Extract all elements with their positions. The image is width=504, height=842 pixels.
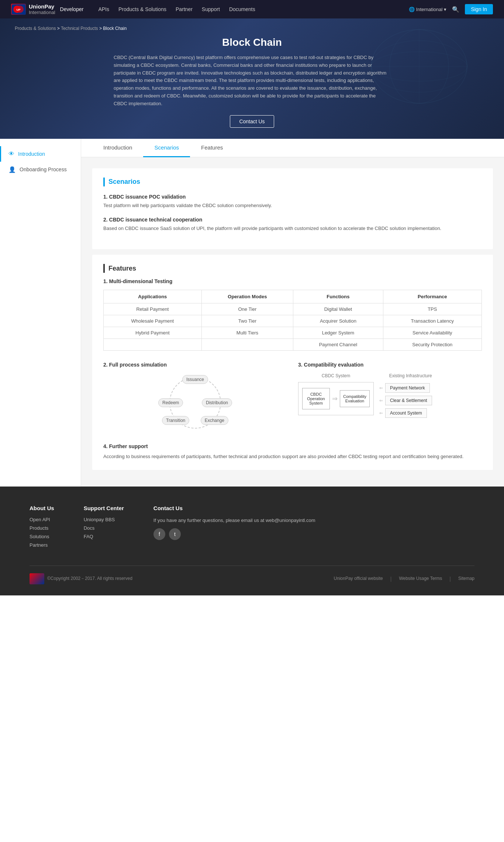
- footer-logo: ©Copyright 2002－2017. All rights reserve…: [30, 573, 132, 584]
- nav-links: APIs Products & Solutions Partner Suppor…: [98, 6, 255, 12]
- sidebar-item-introduction[interactable]: 👁 Introduction: [0, 146, 81, 162]
- compat-col: 3. Compatibility evaluation CBDC System …: [298, 362, 482, 418]
- cell-acquirer: Acquirer Solution: [293, 315, 383, 327]
- table-row: Payment Channel Security Protection: [104, 339, 482, 351]
- footer-solutions[interactable]: Solutions: [30, 534, 54, 539]
- cell-retail: Retail Payment: [104, 303, 202, 315]
- col-applications: Applications: [104, 290, 202, 303]
- cycle-redeem: Redeem: [158, 398, 183, 407]
- navbar: UP UnionPay International Developer APIs…: [0, 0, 504, 18]
- footer-products[interactable]: Products: [30, 525, 54, 531]
- cell-hybrid: Hybrid Payment: [104, 327, 202, 339]
- twitter-icon[interactable]: t: [169, 528, 181, 540]
- scenario-2-desc: Based on CBDC issuance SaaS solution of …: [103, 225, 482, 233]
- features-accent: [103, 264, 105, 273]
- simulation-title: 2. Full process simulation: [103, 362, 287, 368]
- payment-network-box: Payment Network: [385, 383, 430, 393]
- breadcrumb-technical[interactable]: Technical Products: [61, 26, 98, 31]
- cycle-transition: Transition: [162, 416, 189, 425]
- cell-paymentchannel: Payment Channel: [293, 339, 383, 351]
- contact-button[interactable]: Contact Us: [230, 115, 274, 128]
- footer-official[interactable]: UnionPay official website: [334, 576, 383, 582]
- logo-badge: UP: [11, 4, 26, 15]
- tab-scenarios[interactable]: Scenarios: [143, 139, 190, 157]
- further-desc: According to business requirements of pa…: [103, 453, 482, 461]
- tab-features[interactable]: Features: [190, 139, 234, 157]
- breadcrumb-current: Block Chain: [103, 26, 127, 31]
- facebook-icon[interactable]: f: [153, 528, 165, 540]
- hero-description: CBDC (Central Bank Digital Currency) tes…: [114, 54, 390, 108]
- scenarios-card: Scenarios 1. CBDC issuance POC validatio…: [92, 168, 493, 250]
- footer-contact-title: Contact Us: [153, 505, 315, 511]
- simulation-col: 2. Full process simulation Issuance Dist…: [103, 362, 287, 432]
- sep1: |: [390, 576, 392, 582]
- footer-docs[interactable]: Docs: [84, 525, 124, 531]
- nav-apis[interactable]: APIs: [98, 6, 109, 12]
- compat-row-3: ⇐ Account System: [379, 408, 432, 418]
- compat-row-1: ⇐ Payment Network: [379, 383, 432, 393]
- further-title: 4. Further support: [103, 443, 482, 449]
- footer-about: About Us Open API Products Solutions Par…: [30, 505, 54, 551]
- cycle-distribution: Distribution: [202, 398, 232, 407]
- footer-contact: Contact Us If you have any further quest…: [153, 505, 315, 551]
- footer-logo-badge: [30, 573, 44, 584]
- arrow-3: ⇐: [379, 410, 383, 416]
- cell-digitalwallet: Digital Wallet: [293, 303, 383, 315]
- eye-icon: 👁: [8, 151, 14, 157]
- cell-secprotection: Security Protection: [383, 339, 481, 351]
- clear-settlement-box: Clear & Settlement: [385, 396, 432, 405]
- nav-products[interactable]: Products & Solutions: [118, 6, 166, 12]
- footer-contact-text: If you have any further questions, pleas…: [153, 517, 315, 525]
- breadcrumb-products[interactable]: Products & Solutions: [15, 26, 56, 31]
- col-operation: Operation Modes: [201, 290, 293, 303]
- logo-name: UnionPay: [29, 3, 54, 10]
- chevron-down-icon: ▾: [444, 7, 446, 12]
- footer: About Us Open API Products Solutions Par…: [0, 487, 504, 595]
- cell-empty2: [201, 339, 293, 351]
- footer-faq[interactable]: FAQ: [84, 534, 124, 539]
- arrow-1: ⇐: [379, 385, 383, 391]
- footer-sitemap[interactable]: Sitemap: [458, 576, 474, 582]
- breadcrumb: Products & Solutions > Technical Product…: [15, 26, 127, 31]
- scenario-1-desc: Test platform will help participants val…: [103, 202, 482, 210]
- footer-partners[interactable]: Partners: [30, 542, 54, 548]
- table-row: Hybrid Payment Multi Tiers Ledger System…: [104, 327, 482, 339]
- sidebar: 👁 Introduction 👤 Onboarding Process: [0, 139, 81, 487]
- footer-support-title: Support Center: [84, 505, 124, 511]
- nav-documents[interactable]: Documents: [229, 6, 255, 12]
- tab-introduction[interactable]: Introduction: [92, 139, 143, 157]
- sidebar-label-onboarding: Onboarding Process: [20, 166, 67, 172]
- sidebar-item-onboarding[interactable]: 👤 Onboarding Process: [0, 162, 81, 178]
- cell-multitier: Multi Tiers: [201, 327, 293, 339]
- cell-translatency: Transaction Latency: [383, 315, 481, 327]
- nav-support[interactable]: Support: [202, 6, 220, 12]
- cbdc-op-box: CBDCOperationSystem: [302, 388, 330, 409]
- footer-bottom: ©Copyright 2002－2017. All rights reserve…: [30, 566, 474, 584]
- nav-language[interactable]: 🌐 International ▾: [409, 7, 447, 12]
- nav-partner[interactable]: Partner: [176, 6, 193, 12]
- features-heading: Features: [108, 265, 136, 272]
- sidebar-label-introduction: Introduction: [18, 151, 45, 157]
- scenarios-heading: Scenarios: [108, 178, 140, 186]
- footer-bbs[interactable]: Unionpay BBS: [84, 517, 124, 522]
- search-icon[interactable]: 🔍: [452, 6, 459, 13]
- cbdc-system-label: CBDC System: [322, 373, 350, 378]
- features-title-row: Features: [103, 264, 482, 273]
- content-body: Scenarios 1. CBDC issuance POC validatio…: [81, 157, 504, 487]
- social-icons: f t: [153, 528, 315, 540]
- footer-about-title: About Us: [30, 505, 54, 511]
- col-functions: Functions: [293, 290, 383, 303]
- compat-eval-box: CompatibilityEvaluation: [340, 390, 370, 407]
- footer-openapi[interactable]: Open API: [30, 517, 54, 522]
- feature-diagrams-row: 2. Full process simulation Issuance Dist…: [103, 362, 482, 432]
- footer-usage[interactable]: Website Usage Terms: [399, 576, 442, 582]
- footer-support: Support Center Unionpay BBS Docs FAQ: [84, 505, 124, 551]
- existing-infra-label: Existing Infrastructure: [379, 373, 432, 378]
- footer-columns: About Us Open API Products Solutions Par…: [30, 505, 474, 551]
- cell-onetier: One Tier: [201, 303, 293, 315]
- sep2: |: [449, 576, 451, 582]
- nav-right: 🌐 International ▾ 🔍 Sign In: [409, 4, 493, 14]
- scenario-1-heading: 1. CBDC issuance POC validation: [103, 194, 482, 200]
- signin-button[interactable]: Sign In: [465, 4, 493, 14]
- scenarios-title-row: Scenarios: [103, 178, 482, 186]
